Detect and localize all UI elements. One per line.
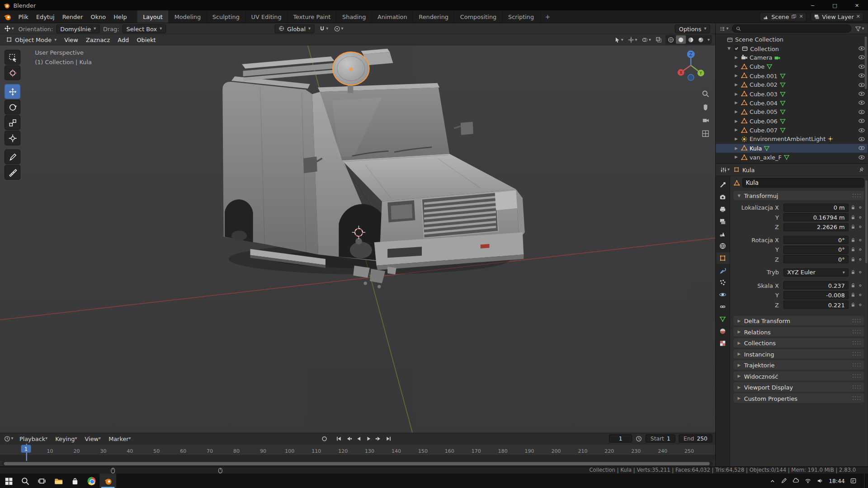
timeline-menu-marker[interactable]: Marker ▾	[105, 435, 135, 442]
disclosure-toggle[interactable]: ▶	[733, 128, 739, 132]
animate-dot-icon[interactable]	[857, 304, 863, 306]
value-field[interactable]: -0.008	[783, 291, 849, 299]
section-relations[interactable]: ▶Relations	[733, 327, 864, 337]
section-widoczno[interactable]: ▶Widoczność	[733, 371, 864, 381]
value-field[interactable]: 0°	[783, 255, 849, 263]
animate-dot-icon[interactable]	[857, 206, 863, 209]
camera-view-icon[interactable]	[701, 116, 709, 124]
lock-icon[interactable]	[849, 215, 857, 220]
outliner-row-camera[interactable]: ▶Camera	[716, 53, 868, 62]
disclosure-toggle[interactable]: ▼	[726, 46, 732, 51]
timeline-ruler[interactable]: 1020304050607080901001101201301401501601…	[0, 444, 715, 455]
lock-icon[interactable]	[849, 270, 857, 275]
tray-volume-icon[interactable]	[816, 478, 824, 484]
disclosure-toggle[interactable]: ▶	[733, 137, 739, 141]
disclosure-toggle[interactable]: ▶	[733, 146, 739, 150]
tray-wifi-icon[interactable]	[804, 478, 811, 484]
value-field[interactable]: 0°	[783, 236, 849, 244]
tool-cursor[interactable]	[5, 65, 21, 80]
outliner-row-cube-003[interactable]: ▶Cube.003	[716, 89, 868, 99]
props-tab-view-layer[interactable]	[716, 216, 729, 228]
props-tab-object[interactable]	[716, 252, 729, 264]
timeline-strip[interactable]: 1020304050607080901001101201301401501601…	[0, 444, 715, 461]
outliner-row-cube[interactable]: ▶Cube	[716, 62, 868, 71]
timeline-track-area[interactable]	[0, 455, 715, 461]
overlays-dropdown[interactable]: ▾	[641, 36, 652, 43]
selectability-dropdown[interactable]: ▾	[613, 36, 624, 43]
animate-dot-icon[interactable]	[857, 239, 863, 241]
transform-section-header[interactable]: ▼ Transformuj	[733, 191, 864, 200]
visibility-eye-icon[interactable]	[858, 90, 865, 98]
value-field[interactable]: 0.221	[783, 300, 849, 309]
tab-layout[interactable]: Layout	[137, 10, 169, 23]
outliner-editor-dropdown[interactable]: ▾	[718, 24, 730, 32]
lock-icon[interactable]	[849, 282, 857, 288]
tray-cloud-icon[interactable]	[792, 478, 799, 484]
jump-to-end-button[interactable]	[384, 434, 393, 443]
zoom-icon[interactable]	[701, 89, 709, 98]
visibility-eye-icon[interactable]	[858, 108, 865, 116]
previous-keyframe-button[interactable]	[344, 434, 354, 443]
viewport-menu-add[interactable]: Add	[114, 36, 133, 43]
section-trajektorie[interactable]: ▶Trajektorie	[733, 360, 864, 370]
timeline-editor-dropdown[interactable]: ▾	[3, 435, 14, 442]
visibility-eye-icon[interactable]	[858, 154, 865, 161]
section-collections[interactable]: ▶Collections	[733, 338, 864, 347]
animate-dot-icon[interactable]	[857, 271, 863, 273]
tab-uv-editing[interactable]: UV Editing	[245, 10, 288, 23]
tab-animation[interactable]: Animation	[372, 10, 413, 23]
lock-icon[interactable]	[849, 257, 857, 262]
lock-icon[interactable]	[849, 302, 857, 307]
outliner-row-cube-001[interactable]: ▶Cube.001	[716, 71, 868, 80]
orientation-dropdown[interactable]: Domyślnie▾	[57, 24, 100, 33]
visibility-eye-icon[interactable]	[858, 72, 865, 79]
menu-okno[interactable]: Okno	[87, 10, 110, 23]
props-tab-texture[interactable]	[716, 338, 729, 349]
disclosure-toggle[interactable]: ▶	[733, 55, 739, 60]
mode-dropdown[interactable]: Object Mode▾	[2, 35, 61, 44]
animate-dot-icon[interactable]	[857, 258, 863, 261]
section-custom-properties[interactable]: ▶Custom Properties	[733, 394, 864, 403]
props-tab-modifiers[interactable]	[716, 264, 729, 276]
outliner-row-cube-002[interactable]: ▶Cube.002	[716, 80, 868, 89]
outliner-row-cube-005[interactable]: ▶Cube.005	[716, 108, 868, 117]
outliner-row-cube-004[interactable]: ▶Cube.004	[716, 99, 868, 108]
disclosure-toggle[interactable]: ▶	[733, 64, 739, 69]
blender-menu-button[interactable]	[0, 10, 14, 23]
tray-pen-icon[interactable]	[781, 478, 788, 484]
visibility-eye-icon[interactable]	[858, 99, 865, 107]
taskbar-store-button[interactable]	[66, 474, 83, 488]
tool-transform[interactable]	[5, 131, 21, 145]
play-reverse-button[interactable]	[354, 434, 363, 443]
disclosure-toggle[interactable]: ▶	[733, 83, 739, 87]
outliner-row-cube-006[interactable]: ▶Cube.006	[716, 117, 868, 126]
tab-scripting[interactable]: Scripting	[503, 10, 540, 23]
frame-end-field[interactable]: End250	[679, 434, 712, 442]
unlink-scene-icon[interactable]: ✕	[799, 14, 803, 19]
props-tab-constraints[interactable]	[716, 301, 729, 313]
props-tab-material[interactable]	[716, 325, 729, 337]
play-button[interactable]	[364, 434, 373, 443]
visibility-eye-icon[interactable]	[858, 54, 865, 61]
disclosure-toggle[interactable]: ▶	[733, 155, 739, 160]
object-name-field[interactable]: Kula	[742, 178, 864, 188]
mode-dropdown-field[interactable]: XYZ Euler▾	[783, 268, 849, 277]
3d-viewport[interactable]: User Perspective (1) Collection | Kula Z…	[0, 45, 715, 432]
viewport-menu-view[interactable]: View	[61, 36, 82, 43]
record-button[interactable]	[320, 434, 329, 443]
props-tab-tool[interactable]	[716, 179, 729, 191]
disclosure-toggle[interactable]: ▶	[733, 110, 739, 114]
visibility-eye-icon[interactable]	[858, 81, 865, 89]
taskbar-clock[interactable]: 18:44	[829, 478, 844, 483]
tab-compositing[interactable]: Compositing	[454, 10, 502, 23]
viewport-menu-zaznacz[interactable]: Zaznacz	[82, 36, 113, 43]
properties-editor-dropdown[interactable]: ▾	[719, 166, 731, 174]
duplicate-icon[interactable]	[791, 14, 797, 19]
options-dropdown[interactable]: Options▾	[675, 24, 710, 33]
props-tab-world[interactable]	[716, 240, 729, 252]
taskbar-file-explorer-button[interactable]	[50, 474, 66, 488]
props-tab-particles[interactable]	[716, 277, 729, 288]
drag-dropdown[interactable]: Select Box▾	[123, 24, 166, 33]
lock-icon[interactable]	[849, 247, 857, 252]
value-field[interactable]: 0 m	[783, 203, 849, 211]
